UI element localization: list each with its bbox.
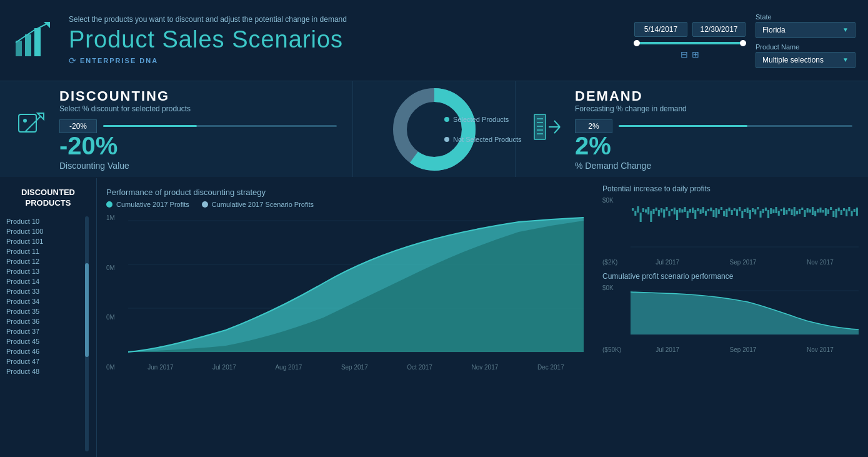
- x-label-oct: Oct 2017: [407, 364, 432, 371]
- dna-icon: ⟳: [69, 56, 76, 66]
- svg-rect-29: [640, 213, 642, 222]
- svg-rect-97: [817, 209, 819, 213]
- discounting-input[interactable]: [59, 119, 97, 133]
- discounting-panel: DISCOUNTING Select % discount for select…: [0, 81, 353, 177]
- svg-rect-79: [770, 208, 772, 214]
- svg-rect-36: [658, 210, 660, 216]
- list-item[interactable]: Product 12: [6, 256, 90, 266]
- list-item[interactable]: Product 13: [6, 266, 90, 276]
- svg-rect-94: [809, 209, 811, 213]
- svg-rect-45: [681, 209, 683, 213]
- svg-rect-69: [744, 209, 746, 212]
- list-item[interactable]: Product 36: [6, 316, 90, 326]
- svg-rect-52: [700, 209, 702, 214]
- list-item[interactable]: Product 14: [6, 276, 90, 286]
- list-item[interactable]: Product 101: [6, 236, 90, 246]
- legend-dot-teal: [106, 201, 112, 208]
- chart-svg-area: [128, 214, 584, 358]
- x-label-dec: Dec 2017: [537, 364, 564, 371]
- svg-rect-30: [642, 208, 644, 212]
- header-title: Product Sales Scenarios: [69, 26, 621, 53]
- enterprise-dna: ⟳ ENTERPRISE DNA: [69, 56, 621, 66]
- date-slider-thumb-right[interactable]: [740, 40, 746, 46]
- list-item[interactable]: Product 47: [6, 356, 90, 366]
- demand-slider-fill: [619, 125, 747, 127]
- svg-rect-26: [632, 208, 634, 211]
- metrics-section: DISCOUNTING Select % discount for select…: [0, 81, 868, 178]
- daily-x-nov: Nov 2017: [807, 259, 834, 266]
- demand-slider[interactable]: [619, 125, 852, 127]
- filter-icons: ⊟ ⊞: [681, 49, 699, 59]
- svg-rect-110: [851, 211, 852, 216]
- svg-rect-47: [687, 211, 689, 218]
- svg-rect-80: [772, 209, 774, 213]
- date-start[interactable]: 5/14/2017: [634, 22, 687, 37]
- enterprise-dna-text: ENTERPRISE DNA: [80, 57, 158, 64]
- svg-line-6: [25, 116, 41, 132]
- list-item[interactable]: Product 10: [6, 216, 90, 226]
- date-end[interactable]: 12/30/2017: [692, 22, 746, 37]
- list-item[interactable]: Product 11: [6, 246, 90, 256]
- svg-rect-87: [791, 209, 793, 215]
- demand-title: DEMAND: [575, 88, 852, 104]
- svg-rect-49: [692, 208, 694, 213]
- product-name-dropdown[interactable]: Multiple selections ▼: [756, 52, 856, 68]
- list-item[interactable]: Product 46: [6, 346, 90, 356]
- svg-rect-106: [841, 210, 842, 215]
- svg-rect-66: [736, 209, 738, 216]
- svg-rect-63: [728, 208, 730, 211]
- list-item[interactable]: Product 35: [6, 306, 90, 316]
- list-item[interactable]: Product 34: [6, 296, 90, 306]
- sidebar-scrollbar[interactable]: [85, 216, 89, 451]
- state-dropdown[interactable]: Florida ▼: [756, 22, 856, 38]
- demand-panel: DEMAND Forecasting % change in demand 2%…: [516, 81, 868, 177]
- svg-rect-73: [754, 209, 756, 214]
- svg-rect-81: [776, 207, 777, 213]
- list-item[interactable]: Product 33: [6, 286, 90, 296]
- y-label-0m-1: 0M: [106, 264, 125, 271]
- demand-input[interactable]: [575, 119, 612, 133]
- svg-rect-71: [749, 210, 751, 219]
- svg-rect-57: [712, 210, 714, 217]
- daily-profits-svg: [631, 197, 859, 253]
- legend-label-scenario: Cumulative 2017 Scenario Profits: [212, 201, 314, 208]
- svg-rect-85: [786, 210, 787, 214]
- list-item[interactable]: Product 48: [6, 366, 90, 376]
- filter-icon[interactable]: ⊟: [681, 49, 688, 59]
- main-content: DISCOUNTEDPRODUCTS Product 10Product 100…: [0, 178, 868, 457]
- svg-rect-35: [656, 208, 657, 211]
- expand-icon[interactable]: ⊞: [692, 49, 699, 59]
- sidebar-scroll[interactable]: Product 10Product 100Product 101Product …: [6, 216, 90, 451]
- date-slider[interactable]: [634, 42, 746, 44]
- header-title-area: Select the products you want to discount…: [69, 15, 621, 66]
- x-label-sep: Sep 2017: [341, 364, 368, 371]
- date-slider-thumb-left[interactable]: [634, 40, 640, 46]
- discounting-slider[interactable]: [103, 125, 337, 127]
- svg-point-5: [23, 119, 27, 123]
- svg-rect-108: [846, 209, 847, 216]
- state-chevron-icon: ▼: [842, 26, 849, 33]
- svg-rect-72: [752, 208, 754, 212]
- sidebar: DISCOUNTEDPRODUCTS Product 10Product 100…: [0, 178, 97, 457]
- svg-rect-100: [825, 208, 827, 216]
- sidebar-scrollbar-thumb[interactable]: [85, 263, 89, 357]
- discounting-slider-fill: [103, 125, 197, 127]
- list-item[interactable]: Product 100: [6, 226, 90, 236]
- list-item[interactable]: Product 37: [6, 326, 90, 336]
- svg-rect-48: [689, 209, 691, 213]
- daily-profits-container: $0K ($2K): [602, 197, 859, 266]
- svg-rect-105: [838, 208, 840, 211]
- svg-rect-0: [16, 41, 22, 56]
- svg-rect-88: [794, 207, 796, 216]
- svg-rect-91: [801, 208, 803, 210]
- legend-label-profits: Cumulative 2017 Profits: [116, 201, 189, 208]
- y-label-0m-3: 0M: [106, 364, 125, 371]
- daily-profits-title: Potential increase to daily profits: [602, 184, 859, 193]
- list-item[interactable]: Product 45: [6, 336, 90, 346]
- daily-profits-y-labels: $0K ($2K): [602, 197, 627, 266]
- y-label-0m-2: 0M: [106, 314, 125, 321]
- product-list: Product 10Product 100Product 101Product …: [6, 216, 90, 376]
- cumulative-profit-title: Cumulative profit scenario performance: [602, 272, 859, 281]
- header-subtitle: Select the products you want to discount…: [69, 15, 621, 24]
- x-label-jun: Jun 2017: [147, 364, 173, 371]
